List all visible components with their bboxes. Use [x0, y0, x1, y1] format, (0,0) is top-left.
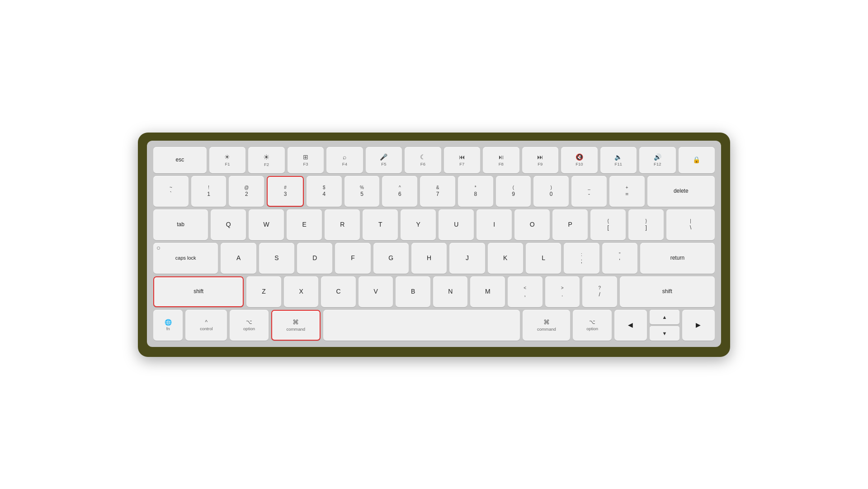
- key-f1[interactable]: ☀ F1: [209, 147, 245, 173]
- key-comma[interactable]: <,: [508, 276, 542, 307]
- key-t[interactable]: T: [363, 209, 398, 240]
- key-f3[interactable]: ⊞ F3: [288, 147, 324, 173]
- key-f4[interactable]: ⌕ F4: [326, 147, 363, 173]
- key-7[interactable]: &7: [420, 176, 455, 207]
- key-option-right[interactable]: ⌥ option: [573, 310, 611, 341]
- key-backslash[interactable]: |\: [666, 209, 715, 240]
- key-1[interactable]: !1: [191, 176, 226, 207]
- key-f6[interactable]: ☾ F6: [405, 147, 441, 173]
- key-quote[interactable]: "': [602, 243, 637, 274]
- key-b[interactable]: B: [396, 276, 430, 307]
- key-p[interactable]: P: [552, 209, 588, 240]
- key-command-right[interactable]: ⌘ command: [523, 310, 570, 341]
- key-o[interactable]: O: [514, 209, 550, 240]
- key-esc[interactable]: esc: [153, 147, 207, 173]
- asdf-row: caps lock A S D F G H J K L :; "' return: [153, 243, 715, 274]
- key-rbracket[interactable]: }]: [628, 209, 664, 240]
- key-shift-right[interactable]: shift: [620, 276, 715, 307]
- key-9[interactable]: (9: [496, 176, 531, 207]
- key-a[interactable]: A: [221, 243, 256, 274]
- key-u[interactable]: U: [439, 209, 474, 240]
- key-arrow-updown: ▲ ▼: [650, 310, 679, 341]
- key-lock[interactable]: 🔒: [679, 147, 715, 173]
- key-f7[interactable]: ⏮ F7: [444, 147, 480, 173]
- key-arrow-down[interactable]: ▼: [650, 326, 679, 341]
- key-g[interactable]: G: [373, 243, 409, 274]
- modifier-row: 🌐 fn ^ control ⌥ option ⌘ command ⌘ comm…: [153, 310, 715, 341]
- number-key-row: ~` !1 @2 #3 $4 %5 ^6 &7: [153, 176, 715, 207]
- key-w[interactable]: W: [249, 209, 284, 240]
- key-return[interactable]: return: [640, 243, 715, 274]
- key-period[interactable]: >.: [545, 276, 580, 307]
- key-f11[interactable]: 🔈 F11: [600, 147, 637, 173]
- key-arrow-left[interactable]: ◀: [614, 310, 647, 341]
- key-minus[interactable]: _-: [571, 176, 607, 207]
- key-f10[interactable]: 🔇 F10: [561, 147, 597, 173]
- key-4[interactable]: $4: [307, 176, 342, 207]
- key-lbracket[interactable]: {[: [590, 209, 626, 240]
- keyboard: esc ☀ F1 ☀ F2 ⊞ F3 ⌕ F4 🎤 F5: [138, 133, 730, 357]
- key-control[interactable]: ^ control: [185, 310, 227, 341]
- key-k[interactable]: K: [488, 243, 523, 274]
- key-capslock[interactable]: caps lock: [153, 243, 218, 274]
- function-key-row: esc ☀ F1 ☀ F2 ⊞ F3 ⌕ F4 🎤 F5: [153, 147, 715, 173]
- key-fn[interactable]: 🌐 fn: [153, 310, 183, 341]
- keyboard-inner: esc ☀ F1 ☀ F2 ⊞ F3 ⌕ F4 🎤 F5: [147, 141, 721, 347]
- key-delete[interactable]: delete: [647, 176, 715, 207]
- key-6[interactable]: ^6: [382, 176, 417, 207]
- key-m[interactable]: M: [470, 276, 505, 307]
- key-spacebar[interactable]: [323, 310, 520, 341]
- key-grave[interactable]: ~`: [153, 176, 189, 207]
- key-equal[interactable]: +=: [609, 176, 645, 207]
- key-c[interactable]: C: [321, 276, 356, 307]
- key-f9[interactable]: ⏭ F9: [522, 147, 558, 173]
- key-option-left[interactable]: ⌥ option: [230, 310, 268, 341]
- key-f5[interactable]: 🎤 F5: [366, 147, 402, 173]
- key-8[interactable]: *8: [458, 176, 493, 207]
- key-3[interactable]: #3: [267, 176, 304, 207]
- zxcv-row: shift Z X C V B N M <, >. ?/ shift: [153, 276, 715, 307]
- key-arrow-up[interactable]: ▲: [650, 310, 679, 324]
- key-f12[interactable]: 🔊 F12: [639, 147, 675, 173]
- key-arrow-right[interactable]: ▶: [682, 310, 715, 341]
- key-e[interactable]: E: [287, 209, 322, 240]
- key-f8[interactable]: ⏯ F8: [483, 147, 519, 173]
- key-2[interactable]: @2: [229, 176, 264, 207]
- key-h[interactable]: H: [411, 243, 447, 274]
- key-s[interactable]: S: [259, 243, 294, 274]
- key-i[interactable]: I: [476, 209, 512, 240]
- key-shift-left[interactable]: shift: [153, 276, 244, 307]
- key-v[interactable]: V: [359, 276, 393, 307]
- qwerty-row: tab Q W E R T Y U I O P {[ }] |\: [153, 209, 715, 240]
- key-5[interactable]: %5: [344, 176, 380, 207]
- key-x[interactable]: X: [284, 276, 319, 307]
- key-r[interactable]: R: [325, 209, 360, 240]
- key-semicolon[interactable]: :;: [564, 243, 599, 274]
- key-slash[interactable]: ?/: [582, 276, 617, 307]
- key-q[interactable]: Q: [211, 209, 246, 240]
- key-z[interactable]: Z: [246, 276, 281, 307]
- key-command-left[interactable]: ⌘ command: [271, 310, 321, 341]
- key-y[interactable]: Y: [401, 209, 436, 240]
- key-0[interactable]: )0: [533, 176, 569, 207]
- key-f2[interactable]: ☀ F2: [248, 147, 284, 173]
- key-tab[interactable]: tab: [153, 209, 208, 240]
- key-j[interactable]: J: [449, 243, 485, 274]
- key-d[interactable]: D: [297, 243, 332, 274]
- key-n[interactable]: N: [433, 276, 468, 307]
- key-l[interactable]: L: [526, 243, 561, 274]
- key-f[interactable]: F: [335, 243, 370, 274]
